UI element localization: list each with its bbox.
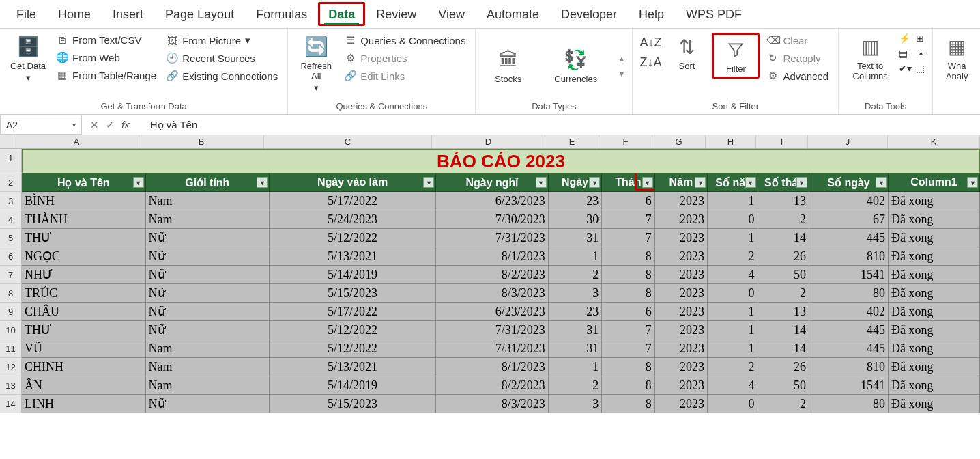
cell-H9[interactable]: 1 <box>708 303 758 321</box>
cell-C3[interactable]: 5/17/2022 <box>270 192 436 210</box>
cell-I4[interactable]: 2 <box>758 210 809 229</box>
chevron-up-icon[interactable]: ▲ <box>618 55 626 63</box>
currencies-button[interactable]: 💱 Currencies <box>547 46 605 86</box>
row-header-11[interactable]: 11 <box>0 339 22 358</box>
cell-A6[interactable]: NGỌC <box>22 247 146 266</box>
header-số-năm[interactable]: Số năr▾ <box>708 173 758 192</box>
relationships-icon[interactable]: ⫘ <box>916 48 925 59</box>
cell-H6[interactable]: 2 <box>708 247 758 266</box>
cell-A13[interactable]: ÂN <box>22 376 146 395</box>
cell-J8[interactable]: 80 <box>809 284 889 303</box>
cell-C11[interactable]: 5/12/2022 <box>270 339 436 358</box>
col-header-B[interactable]: B <box>139 135 264 148</box>
cell-C7[interactable]: 5/14/2019 <box>270 266 436 284</box>
tab-wps-pdf[interactable]: WPS PDF <box>675 2 753 26</box>
from-web-button[interactable]: 🌐From Web <box>53 50 159 65</box>
sort-desc-icon[interactable]: Z↓A <box>639 55 661 70</box>
refresh-all-button[interactable]: 🔄 Refresh All▾ <box>295 33 337 95</box>
cell-D13[interactable]: 8/2/2023 <box>436 376 549 395</box>
cell-B10[interactable]: Nữ <box>146 321 270 339</box>
cell-G4[interactable]: 2023 <box>655 210 708 229</box>
cell-I8[interactable]: 2 <box>758 284 809 303</box>
header-số-ngày[interactable]: Số ngày▾ <box>809 173 889 192</box>
cell-D7[interactable]: 8/2/2023 <box>436 266 549 284</box>
cell-E14[interactable]: 3 <box>549 395 602 413</box>
cell-K6[interactable]: Đã xong <box>889 247 980 266</box>
col-header-F[interactable]: F <box>599 135 652 148</box>
dropdown-icon[interactable]: ▾ <box>72 121 76 128</box>
cell-J5[interactable]: 445 <box>809 229 889 247</box>
row-header-3[interactable]: 3 <box>0 192 22 210</box>
col-header-G[interactable]: G <box>652 135 706 148</box>
stocks-button[interactable]: 🏛 Stocks <box>482 46 533 86</box>
filter-dropdown-icon[interactable]: ▾ <box>133 177 144 188</box>
cell-D14[interactable]: 8/3/2023 <box>436 395 549 413</box>
cell-E9[interactable]: 23 <box>549 303 602 321</box>
cell-J6[interactable]: 810 <box>809 247 889 266</box>
chevron-down-icon[interactable]: ▼ <box>618 70 626 78</box>
tab-home[interactable]: Home <box>47 2 102 26</box>
cell-F10[interactable]: 7 <box>602 321 654 339</box>
cell-H12[interactable]: 2 <box>708 358 758 376</box>
cell-G3[interactable]: 2023 <box>655 192 708 210</box>
row-header-12[interactable]: 12 <box>0 358 22 376</box>
formula-input[interactable]: Họ và Tên <box>145 119 980 131</box>
consolidate-icon[interactable]: ⊞ <box>916 33 925 44</box>
cell-K7[interactable]: Đã xong <box>889 266 980 284</box>
cell-I5[interactable]: 14 <box>758 229 809 247</box>
cell-E10[interactable]: 31 <box>549 321 602 339</box>
cell-I10[interactable]: 14 <box>758 321 809 339</box>
filter-dropdown-icon[interactable]: ▾ <box>745 177 756 188</box>
reapply-button[interactable]: ↻Reapply <box>764 51 831 66</box>
cell-H3[interactable]: 1 <box>708 192 758 210</box>
clear-filter-button[interactable]: ⌫Clear <box>764 33 831 48</box>
cell-D12[interactable]: 8/1/2023 <box>436 358 549 376</box>
text-to-columns-button[interactable]: ▥ Text to Columns <box>846 33 895 83</box>
from-table-range-button[interactable]: ▦From Table/Range <box>53 68 159 83</box>
row-header-10[interactable]: 10 <box>0 321 22 339</box>
cell-D3[interactable]: 6/23/2023 <box>436 192 549 210</box>
tab-review[interactable]: Review <box>365 2 427 26</box>
cell-F13[interactable]: 8 <box>602 376 654 395</box>
cell-C13[interactable]: 5/14/2019 <box>270 376 436 395</box>
col-header-H[interactable]: H <box>706 135 756 148</box>
cell-J13[interactable]: 1541 <box>809 376 889 395</box>
cell-A12[interactable]: CHINH <box>22 358 146 376</box>
cell-E5[interactable]: 31 <box>549 229 602 247</box>
cell-D4[interactable]: 7/30/2023 <box>436 210 549 229</box>
cell-F14[interactable]: 8 <box>602 395 654 413</box>
filter-dropdown-icon[interactable]: ▾ <box>589 177 600 188</box>
cell-F7[interactable]: 8 <box>602 266 654 284</box>
tab-insert[interactable]: Insert <box>102 2 154 26</box>
row-header-4[interactable]: 4 <box>0 210 22 229</box>
cell-E13[interactable]: 2 <box>549 376 602 395</box>
cell-A14[interactable]: LINH <box>22 395 146 413</box>
row-header-5[interactable]: 5 <box>0 229 22 247</box>
cell-J11[interactable]: 445 <box>809 339 889 358</box>
cell-J4[interactable]: 67 <box>809 210 889 229</box>
existing-connections-button[interactable]: 🔗Existing Connections <box>163 68 280 83</box>
col-header-D[interactable]: D <box>432 135 545 148</box>
cell-B9[interactable]: Nữ <box>146 303 270 321</box>
cell-E8[interactable]: 3 <box>549 284 602 303</box>
tab-view[interactable]: View <box>427 2 476 26</box>
tab-file[interactable]: File <box>5 2 47 26</box>
cell-H5[interactable]: 1 <box>708 229 758 247</box>
cell-D5[interactable]: 7/31/2023 <box>436 229 549 247</box>
cell-G10[interactable]: 2023 <box>655 321 708 339</box>
filter-dropdown-icon[interactable]: ▾ <box>796 177 807 188</box>
header-ngày-nghỉ[interactable]: Ngày nghỉ▾ <box>436 173 549 192</box>
cell-C8[interactable]: 5/15/2023 <box>270 284 436 303</box>
tab-formulas[interactable]: Formulas <box>245 2 318 26</box>
cell-J7[interactable]: 1541 <box>809 266 889 284</box>
cell-C12[interactable]: 5/13/2021 <box>270 358 436 376</box>
filter-dropdown-icon[interactable]: ▾ <box>423 177 434 188</box>
cell-E3[interactable]: 23 <box>549 192 602 210</box>
advanced-filter-button[interactable]: ⚙Advanced <box>764 68 831 83</box>
properties-button[interactable]: ⚙Properties <box>341 51 468 66</box>
cell-C9[interactable]: 5/17/2022 <box>270 303 436 321</box>
row-header-6[interactable]: 6 <box>0 247 22 266</box>
cell-K12[interactable]: Đã xong <box>889 358 980 376</box>
cell-A10[interactable]: THƯ <box>22 321 146 339</box>
cell-B5[interactable]: Nữ <box>146 229 270 247</box>
